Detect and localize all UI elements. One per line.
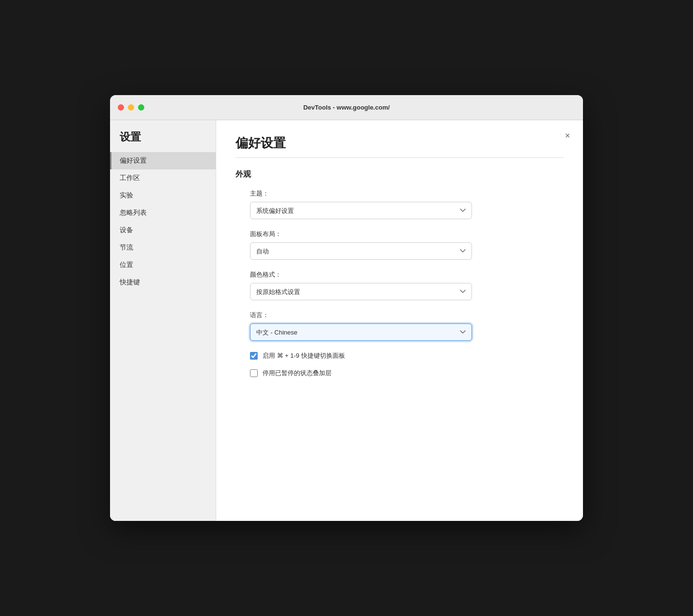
language-label: 语言： xyxy=(250,311,564,320)
language-select[interactable]: 中文 - Chinese English 日本語 한국어 xyxy=(250,323,472,341)
sidebar-item-throttling[interactable]: 节流 xyxy=(110,239,216,256)
cmd-switch-checkbox[interactable] xyxy=(250,352,258,360)
traffic-lights xyxy=(118,104,144,111)
color-format-select[interactable]: 按原始格式设置 HEX RGB HSL xyxy=(250,283,472,300)
page-title: 偏好设置 xyxy=(236,135,564,152)
close-traffic-light[interactable] xyxy=(118,104,124,111)
sidebar-heading: 设置 xyxy=(110,130,216,152)
main-content: × 偏好设置 外观 主题： 系统偏好设置 浅色 深色 面板布局： 自动 水平 xyxy=(216,120,583,521)
sidebar-item-workspace[interactable]: 工作区 xyxy=(110,169,216,187)
panel-layout-label: 面板布局： xyxy=(250,230,564,238)
maximize-traffic-light[interactable] xyxy=(138,104,144,111)
appearance-section-title: 外观 xyxy=(236,169,564,180)
disable-paused-group: 停用已暂停的状态叠加层 xyxy=(236,369,564,378)
sidebar-item-experiments[interactable]: 实验 xyxy=(110,187,216,204)
disable-paused-label[interactable]: 停用已暂停的状态叠加层 xyxy=(263,369,332,378)
color-format-group: 颜色格式： 按原始格式设置 HEX RGB HSL xyxy=(236,270,564,300)
minimize-traffic-light[interactable] xyxy=(128,104,134,111)
panel-layout-select[interactable]: 自动 水平 垂直 xyxy=(250,242,472,260)
app-window: DevTools - www.google.com/ 设置 偏好设置 工作区 实… xyxy=(110,95,583,521)
sidebar-item-shortcuts[interactable]: 快捷键 xyxy=(110,274,216,291)
color-format-label: 颜色格式： xyxy=(250,270,564,279)
theme-select[interactable]: 系统偏好设置 浅色 深色 xyxy=(250,202,472,219)
theme-group: 主题： 系统偏好设置 浅色 深色 xyxy=(236,189,564,219)
titlebar: DevTools - www.google.com/ xyxy=(110,95,583,120)
sidebar-item-locations[interactable]: 位置 xyxy=(110,256,216,274)
disable-paused-checkbox[interactable] xyxy=(250,369,258,377)
sidebar-item-ignore-list[interactable]: 忽略列表 xyxy=(110,204,216,222)
close-button[interactable]: × xyxy=(562,130,573,141)
window-title: DevTools - www.google.com/ xyxy=(303,104,389,111)
sidebar-item-devices[interactable]: 设备 xyxy=(110,222,216,239)
cmd-switch-label[interactable]: 启用 ⌘ + 1-9 快捷键切换面板 xyxy=(263,351,345,360)
sidebar-item-preferences[interactable]: 偏好设置 xyxy=(110,152,216,169)
theme-label: 主题： xyxy=(250,189,564,198)
section-divider xyxy=(236,157,564,158)
panel-layout-group: 面板布局： 自动 水平 垂直 xyxy=(236,230,564,260)
language-group: 语言： 中文 - Chinese English 日本語 한국어 xyxy=(236,311,564,341)
cmd-switch-group: 启用 ⌘ + 1-9 快捷键切换面板 xyxy=(236,351,564,360)
window-body: 设置 偏好设置 工作区 实验 忽略列表 设备 节流 位置 快捷键 × 偏好设置 … xyxy=(110,120,583,521)
sidebar: 设置 偏好设置 工作区 实验 忽略列表 设备 节流 位置 快捷键 xyxy=(110,120,216,521)
